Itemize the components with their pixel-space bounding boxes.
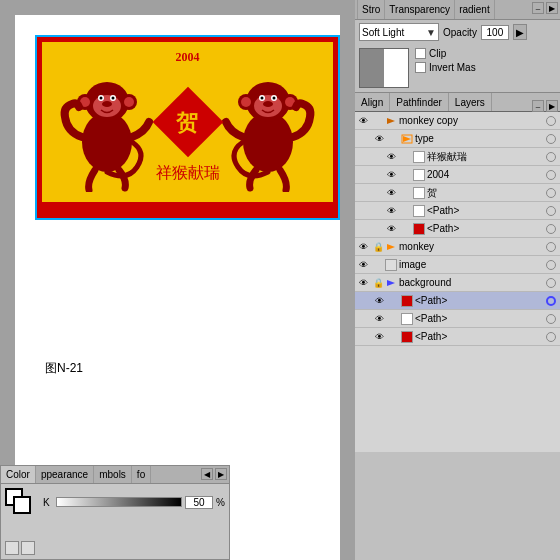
tab-pathfinder[interactable]: Pathfinder — [390, 93, 449, 111]
lock-spacer — [387, 310, 401, 328]
artwork[interactable]: 2004 — [35, 35, 340, 220]
layer-target-circle[interactable] — [546, 314, 556, 324]
tab-layers[interactable]: Layers — [449, 93, 492, 111]
layer-row-monkey[interactable]: 👁 🔒 monkey — [355, 238, 560, 256]
layer-row-type[interactable]: 👁 type — [355, 130, 560, 148]
layer-row-he[interactable]: 👁 贺 — [355, 184, 560, 202]
item-color-box — [413, 151, 425, 163]
layers-expand-btn[interactable]: ▶ — [546, 100, 558, 112]
layer-row-monkey-copy[interactable]: 👁 monkey copy — [355, 112, 560, 130]
lock-spacer — [399, 148, 413, 166]
layer-target-circle[interactable] — [546, 134, 556, 144]
eye-icon[interactable]: 👁 — [355, 238, 371, 256]
tab-color[interactable]: Color — [1, 466, 36, 483]
invert-mask-checkbox[interactable] — [415, 62, 426, 73]
svg-marker-25 — [403, 136, 411, 142]
lock-icon[interactable]: 🔒 — [371, 274, 385, 292]
svg-marker-28 — [387, 280, 395, 286]
layer-row-image[interactable]: 👁 image — [355, 256, 560, 274]
eye-icon[interactable]: 👁 — [383, 202, 399, 220]
eye-icon[interactable]: 👁 — [355, 112, 371, 130]
monkey-right — [218, 62, 318, 192]
monkey-right-svg — [218, 62, 318, 192]
layer-name: <Path> — [427, 223, 546, 234]
eye-icon[interactable]: 👁 — [371, 328, 387, 346]
panel-expand-btn[interactable]: ▶ — [546, 2, 558, 14]
item-color-box — [401, 331, 413, 343]
layer-row-bg-path3[interactable]: 👁 <Path> — [355, 328, 560, 346]
opacity-increase-btn[interactable]: ▶ — [513, 24, 527, 40]
tab-symbols[interactable]: mbols — [94, 466, 132, 483]
layer-target-circle[interactable] — [546, 224, 556, 234]
clip-checkbox[interactable] — [415, 48, 426, 59]
tab-align[interactable]: Align — [355, 93, 390, 111]
monkey-left — [57, 62, 157, 192]
layer-target-circle[interactable] — [546, 206, 556, 216]
layer-target-circle[interactable] — [546, 332, 556, 342]
tab-fo[interactable]: fo — [132, 466, 151, 483]
color-panel-content: K 50 % — [1, 484, 229, 524]
bottom-icon-2[interactable] — [21, 541, 35, 555]
layer-target-circle[interactable] — [546, 260, 556, 270]
layer-row-bg-path2[interactable]: 👁 <Path> — [355, 310, 560, 328]
color-panel-btn1[interactable]: ◀ — [201, 468, 213, 480]
color-panel-tabs: Color ppearance mbols fo ◀ ▶ — [1, 466, 229, 484]
swatch-stack — [5, 488, 33, 516]
layer-row-2004[interactable]: 👁 2004 — [355, 166, 560, 184]
layers-panel[interactable]: 👁 monkey copy 👁 type 👁 祥猴献瑞 — [355, 112, 560, 452]
eye-icon[interactable]: 👁 — [355, 256, 371, 274]
color-panel: Color ppearance mbols fo ◀ ▶ K 50 % — [0, 465, 230, 560]
eye-icon[interactable]: 👁 — [383, 220, 399, 238]
k-value-input[interactable]: 50 — [185, 496, 213, 509]
lock-spacer — [399, 220, 413, 238]
eye-icon[interactable]: 👁 — [383, 166, 399, 184]
diamond-shape: 贺 — [152, 87, 223, 158]
invert-mask-row: Invert Mas — [415, 62, 476, 73]
layer-target-circle[interactable] — [546, 296, 556, 306]
tab-gradient[interactable]: radient — [455, 0, 495, 19]
k-slider-area: K 50 % — [43, 496, 225, 509]
panel-minimize-btn[interactable]: – — [532, 2, 544, 14]
layer-target-circle[interactable] — [546, 152, 556, 162]
eye-icon[interactable]: 👁 — [383, 148, 399, 166]
layer-name: 2004 — [427, 169, 546, 180]
svg-point-11 — [102, 101, 112, 107]
lock-spacer — [371, 256, 385, 274]
layer-row-background[interactable]: 👁 🔒 background — [355, 274, 560, 292]
blend-mode-select[interactable]: Soft Light ▼ — [359, 23, 439, 41]
tab-appearance[interactable]: ppearance — [36, 466, 94, 483]
layer-target-circle[interactable] — [546, 170, 556, 180]
k-slider[interactable] — [56, 497, 182, 507]
eye-icon[interactable]: 👁 — [355, 274, 371, 292]
yellow-banner: 2004 — [42, 42, 333, 202]
tab-transparency[interactable]: Transparency — [385, 0, 455, 19]
svg-point-23 — [263, 101, 273, 107]
opacity-value[interactable]: 100 — [481, 25, 509, 40]
layer-row-path1[interactable]: 👁 <Path> — [355, 202, 560, 220]
preview-options: Clip Invert Mas — [415, 48, 476, 73]
layer-target-circle[interactable] — [546, 188, 556, 198]
lock-icon[interactable]: 🔒 — [371, 238, 385, 256]
figure-label: 图N-21 — [45, 360, 83, 377]
eye-icon[interactable]: 👁 — [371, 310, 387, 328]
layer-row-chinese1[interactable]: 👁 祥猴献瑞 — [355, 148, 560, 166]
eye-icon[interactable]: 👁 — [383, 184, 399, 202]
background-swatch[interactable] — [13, 496, 31, 514]
bottom-icon-1[interactable] — [5, 541, 19, 555]
item-color-box — [413, 205, 425, 217]
eye-icon[interactable]: 👁 — [371, 292, 387, 310]
layer-target-circle[interactable] — [546, 242, 556, 252]
monkey-left-svg — [57, 62, 157, 192]
diamond-char: 贺 — [176, 108, 198, 138]
lock-icon — [371, 112, 385, 130]
layer-target-circle[interactable] — [546, 116, 556, 126]
layer-target-circle[interactable] — [546, 278, 556, 288]
layers-minimize-btn[interactable]: – — [532, 100, 544, 112]
layer-row-bg-path1[interactable]: 👁 <Path> — [355, 292, 560, 310]
tab-stroke[interactable]: Stro — [357, 0, 385, 19]
item-color-box — [413, 223, 425, 235]
color-panel-btn2[interactable]: ▶ — [215, 468, 227, 480]
layer-row-path2[interactable]: 👁 <Path> — [355, 220, 560, 238]
svg-point-8 — [100, 97, 103, 100]
eye-icon[interactable]: 👁 — [371, 130, 387, 148]
